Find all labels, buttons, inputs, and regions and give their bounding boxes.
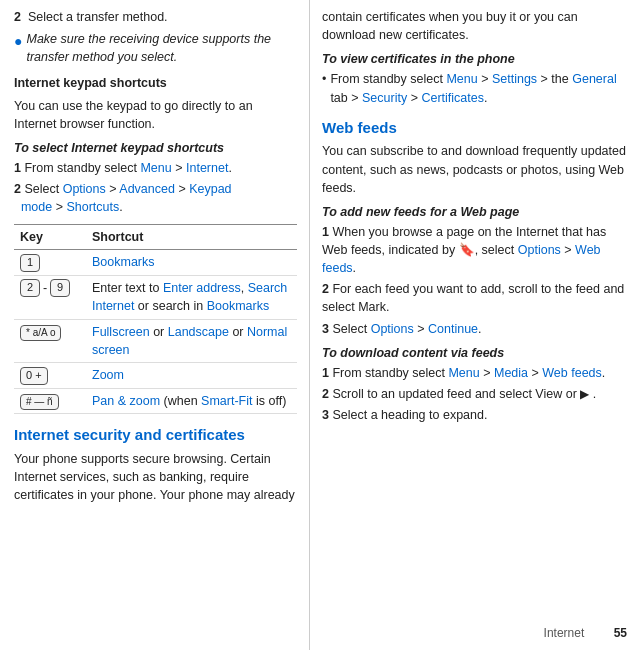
shortcut-cell-bookmarks: Bookmarks (86, 250, 297, 276)
internet-shortcuts-desc: You can use the keypad to go directly to… (14, 97, 297, 133)
bullet-icon: • (322, 70, 326, 106)
web-feeds-desc: You can subscribe to and download freque… (322, 142, 627, 196)
continue-text: contain certificates when you buy it or … (322, 8, 627, 44)
note-text: Make sure the receiving device supports … (26, 30, 297, 66)
key-bubble-1: 1 (20, 254, 40, 272)
to-download-heading: To download content via feeds (322, 344, 627, 362)
right-column: contain certificates when you buy it or … (310, 0, 641, 650)
shortcut-cell-fullscreen: Fullscreen or Landscape or Normal screen (86, 319, 297, 362)
key-cell-2-9: 2 - 9 (14, 276, 86, 319)
security-text: Your phone supports secure browsing. Cer… (14, 450, 297, 504)
to-add-heading: To add new feeds for a Web page (322, 203, 627, 221)
step2b-select-options: 2 Select Options > Advanced > Keypad mod… (14, 180, 297, 216)
table-row: 1 Bookmarks (14, 250, 297, 276)
note-icon: ● (14, 31, 22, 66)
to-add-step1: 1 When you browse a page on the Internet… (322, 223, 627, 277)
note-block: ● Make sure the receiving device support… (14, 30, 297, 66)
key-cell-star: * a/A o (14, 319, 86, 362)
footer-label: Internet (544, 625, 585, 642)
page-footer: Internet 55 (544, 625, 627, 642)
step1-from-standby: 1 From standby select Menu > Internet. (14, 159, 297, 177)
web-feeds-heading: Web feeds (322, 117, 627, 139)
to-download-step1: 1 From standby select Menu > Media > Web… (322, 364, 627, 382)
to-download-step2: 2 Scroll to an updated feed and select V… (322, 385, 627, 403)
footer-page: 55 (614, 625, 627, 642)
to-download-step3: 3 Select a heading to expand. (322, 406, 627, 424)
to-view-item: • From standby select Menu > Settings > … (322, 70, 627, 106)
shortcut-cell-pan-zoom: Pan & zoom (when Smart-Fit is off) (86, 388, 297, 414)
to-view-heading: To view certificates in the phone (322, 50, 627, 68)
internet-shortcuts-heading: Internet keypad shortcuts (14, 74, 297, 92)
left-column: 2 Select a transfer method. ● Make sure … (0, 0, 310, 650)
shortcut-cell-enter-text: Enter text to Enter address, Search Inte… (86, 276, 297, 319)
step-number-2: 2 (14, 10, 21, 24)
to-add-step3: 3 Select Options > Continue. (322, 320, 627, 338)
table-row: 2 - 9 Enter text to Enter address, Searc… (14, 276, 297, 319)
key-cell-hash: # — ñ (14, 388, 86, 414)
table-row: # — ñ Pan & zoom (when Smart-Fit is off) (14, 388, 297, 414)
key-cell-0plus: 0 + (14, 362, 86, 388)
table-row: * a/A o Fullscreen or Landscape or Norma… (14, 319, 297, 362)
shortcut-cell-zoom: Zoom (86, 362, 297, 388)
security-heading: Internet security and certificates (14, 424, 297, 446)
table-col-shortcut: Shortcut (86, 225, 297, 250)
key-cell-1: 1 (14, 250, 86, 276)
table-row: 0 + Zoom (14, 362, 297, 388)
table-col-key: Key (14, 225, 86, 250)
to-add-step2: 2 For each feed you want to add, scroll … (322, 280, 627, 316)
step2-text: Select a transfer method. (28, 10, 168, 24)
shortcuts-table: Key Shortcut 1 Bookmarks (14, 224, 297, 414)
to-select-heading: To select Internet keypad shortcuts (14, 139, 297, 157)
step2-transfer: 2 Select a transfer method. (14, 8, 297, 26)
